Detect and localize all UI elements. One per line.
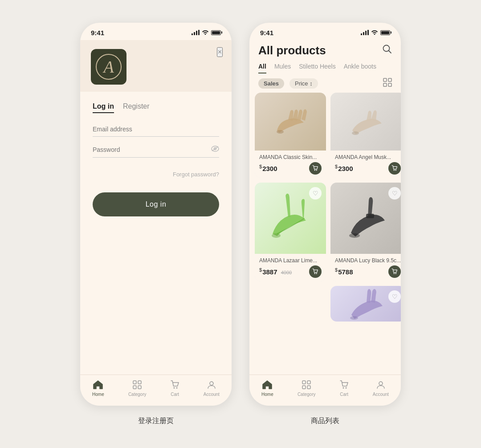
- product-card-p1: AMANDA Classic Skin... $2300: [255, 93, 326, 178]
- signal-icon: [192, 30, 200, 35]
- login-phone: 9:41: [80, 23, 232, 406]
- products-col-right: AMANDA Angel Musk... $2300: [330, 93, 401, 371]
- left-caption: 登录注册页: [138, 416, 174, 426]
- logo-letter: A: [96, 54, 122, 80]
- close-button[interactable]: ×: [217, 47, 223, 57]
- login-form-area: Log in Register: [80, 92, 232, 375]
- search-button[interactable]: [382, 44, 392, 57]
- svg-point-21: [316, 273, 317, 274]
- login-content: A × Log in Register: [80, 40, 232, 375]
- filter-price[interactable]: Price ↕: [289, 78, 318, 89]
- nav-category[interactable]: Category: [128, 380, 147, 397]
- cat-tab-ankle[interactable]: Ankle boots: [344, 63, 376, 73]
- home-icon: [262, 380, 272, 390]
- login-tabs: Log in Register: [93, 102, 219, 113]
- login-button[interactable]: Log in: [93, 192, 219, 216]
- category-tabs: All Mules Stiletto Heels Ankle boots: [249, 57, 401, 73]
- filter-chips: Sales Price ↕: [258, 78, 318, 89]
- product-name-p3: AMANDA Lazaar Lime...: [259, 257, 322, 264]
- product-info-p3: AMANDA Lazaar Lime... $3887 4000: [255, 254, 326, 281]
- cat-tab-stiletto[interactable]: Stiletto Heels: [299, 63, 335, 73]
- eye-icon[interactable]: [211, 146, 219, 154]
- products-header: All products: [249, 40, 401, 57]
- svg-line-11: [389, 51, 391, 53]
- battery-icon: [211, 30, 221, 35]
- svg-rect-12: [383, 78, 387, 81]
- products-phone-wrapper: 9:41: [249, 23, 401, 426]
- svg-point-16: [277, 130, 284, 134]
- svg-point-24: [395, 170, 396, 171]
- login-phone-wrapper: 9:41: [80, 23, 232, 426]
- tab-register[interactable]: Register: [123, 102, 150, 113]
- products-col-left: AMANDA Classic Skin... $2300: [255, 93, 326, 371]
- product-info-p1: AMANDA Classic Skin... $2300: [255, 151, 326, 178]
- products-nav-cart[interactable]: Cart: [340, 380, 349, 397]
- wifi-icon: [202, 29, 209, 36]
- wishlist-p3[interactable]: ♡: [309, 187, 322, 200]
- signal-icon: [361, 30, 369, 35]
- category-icon: [133, 380, 142, 390]
- product-card-p5: ♡: [330, 286, 401, 322]
- products-phone: 9:41: [249, 23, 401, 406]
- forgot-password-link[interactable]: Forgot password?: [93, 170, 219, 178]
- svg-point-26: [349, 233, 360, 238]
- svg-rect-13: [388, 78, 391, 81]
- products-nav-home-label: Home: [261, 392, 273, 397]
- category-icon: [302, 380, 311, 390]
- products-nav-category[interactable]: Category: [298, 380, 316, 397]
- svg-point-7: [173, 387, 175, 388]
- nav-account-label: Account: [204, 392, 220, 397]
- wishlist-p5[interactable]: ♡: [388, 290, 401, 303]
- nav-cart[interactable]: Cart: [171, 380, 179, 397]
- logo-box: A: [91, 49, 126, 85]
- svg-point-20: [314, 273, 315, 274]
- cat-tab-all[interactable]: All: [258, 63, 266, 73]
- add-to-cart-p2[interactable]: [388, 162, 401, 175]
- products-nav-cart-label: Cart: [340, 392, 348, 397]
- wishlist-p4[interactable]: ♡: [388, 187, 401, 200]
- svg-point-19: [272, 233, 281, 238]
- product-card-p4: ♡ AMANDA Lucy Black 9.5c... $5788: [330, 183, 401, 281]
- email-input[interactable]: [93, 126, 219, 133]
- products-status-icons: [361, 29, 390, 36]
- svg-point-23: [394, 170, 395, 171]
- products-status-time: 9:41: [260, 29, 273, 37]
- cat-tab-mules[interactable]: Mules: [274, 63, 291, 73]
- products-nav-account[interactable]: Account: [373, 380, 389, 397]
- products-nav-home[interactable]: Home: [261, 380, 273, 397]
- svg-point-34: [342, 387, 344, 388]
- nav-account[interactable]: Account: [204, 380, 220, 397]
- tab-login[interactable]: Log in: [93, 102, 114, 113]
- right-caption: 商品列表: [311, 416, 339, 426]
- product-image-p2: [330, 93, 401, 151]
- svg-rect-25: [366, 214, 374, 218]
- products-nav-category-label: Category: [298, 392, 316, 397]
- svg-rect-32: [302, 386, 306, 389]
- svg-point-27: [394, 273, 395, 274]
- product-info-p4: AMANDA Lucy Black 9.5c... $5788: [330, 254, 401, 281]
- svg-point-9: [210, 382, 213, 385]
- svg-rect-5: [133, 386, 136, 389]
- filter-sales[interactable]: Sales: [258, 78, 284, 89]
- svg-rect-6: [138, 386, 141, 389]
- add-to-cart-p4[interactable]: [388, 265, 401, 278]
- product-name-p2: AMANDA Angel Musk...: [335, 154, 401, 160]
- page-title: All products: [258, 44, 326, 57]
- svg-rect-3: [133, 381, 136, 384]
- add-to-cart-p3[interactable]: [309, 265, 322, 278]
- product-card-p2: AMANDA Angel Musk... $2300: [330, 93, 401, 178]
- grid-toggle-button[interactable]: [383, 78, 392, 89]
- password-field-container: [93, 146, 219, 158]
- add-to-cart-p1[interactable]: [309, 162, 322, 175]
- svg-rect-4: [138, 381, 141, 384]
- product-price-row-p1: $2300: [259, 162, 322, 175]
- nav-home[interactable]: Home: [92, 380, 104, 397]
- svg-line-2: [212, 147, 218, 151]
- product-price-p3: $3887 4000: [259, 267, 292, 276]
- svg-point-29: [350, 316, 358, 320]
- login-status-icons: [192, 29, 221, 36]
- nav-home-label: Home: [92, 392, 104, 397]
- password-input[interactable]: [93, 146, 211, 153]
- product-price-row-p3: $3887 4000: [259, 265, 322, 278]
- product-image-p5: [330, 286, 401, 322]
